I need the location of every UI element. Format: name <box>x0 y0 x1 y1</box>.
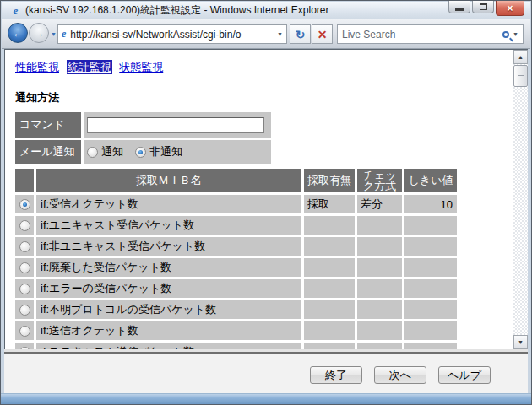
nav-link-status[interactable]: 状態監視 <box>119 61 163 73</box>
mail-notify-options: 通知 非通知 <box>84 140 271 164</box>
collect-cell <box>304 300 355 319</box>
radio-icon[interactable] <box>87 147 98 158</box>
stop-button[interactable]: ✕ <box>312 24 333 44</box>
collect-cell <box>304 343 355 349</box>
table-row: if:非ユニキャスト受信パケット数 <box>15 237 513 256</box>
mib-table: 採取ＭＩＢ名 採取有無 チェック方式 しきい値 if:受信オクテット数 採取 差… <box>15 169 513 349</box>
minimize-icon <box>455 8 464 11</box>
url-text[interactable]: http://kansi-sv/NetworkAssist/cgi-bin/o <box>70 29 274 40</box>
check-cell <box>357 321 402 340</box>
mib-name-cell: if:エラーの受信パケット数 <box>36 279 301 298</box>
mib-name-cell: if:受信オクテット数 <box>36 195 301 213</box>
mib-name-cell: if:ユニキャスト送信パケット数 <box>36 343 301 349</box>
row-select-cell <box>15 195 34 213</box>
row-select-cell <box>15 300 34 319</box>
table-header-row: 採取ＭＩＢ名 採取有無 チェック方式 しきい値 <box>15 169 513 192</box>
thumb-grip-icon <box>518 73 524 79</box>
nav-link-statistics[interactable]: 統計監視 <box>67 60 112 74</box>
threshold-cell <box>404 237 457 256</box>
radio-option-no-notify[interactable]: 非通知 <box>135 144 182 159</box>
radio-icon[interactable] <box>19 305 30 316</box>
nav-link-performance[interactable]: 性能監視 <box>15 61 59 73</box>
threshold-cell <box>404 300 457 319</box>
content-frame: 性能監視 統計監視 状態監視 通知方法 コマンド メール通知 <box>4 49 528 349</box>
header-mib-name: 採取ＭＩＢ名 <box>36 169 301 192</box>
forward-button[interactable]: → <box>29 23 49 43</box>
exit-button[interactable]: 終了 <box>310 366 362 384</box>
mib-name-cell: if:不明プロトコルの受信パケット数 <box>36 300 301 319</box>
radio-icon[interactable] <box>19 199 30 210</box>
maximize-icon <box>480 3 487 10</box>
check-cell <box>357 258 402 277</box>
search-input[interactable] <box>342 29 501 40</box>
next-button[interactable]: 次へ <box>374 366 426 384</box>
check-cell <box>357 237 402 256</box>
maximize-button[interactable] <box>472 1 494 14</box>
button-frame: 終了 次へ ヘルプ <box>4 354 528 395</box>
threshold-cell: 10 <box>404 195 457 213</box>
table-row: if:受信オクテット数 採取 差分 10 <box>15 195 513 213</box>
search-box[interactable]: ▼ <box>337 24 524 44</box>
scrollbar-thumb[interactable] <box>513 65 528 87</box>
radio-icon[interactable] <box>135 147 146 158</box>
history-dropdown-icon[interactable]: ▼ <box>51 31 57 37</box>
header-collect: 採取有無 <box>304 169 355 192</box>
row-select-cell <box>15 321 34 340</box>
radio-label: 非通知 <box>149 144 182 159</box>
collect-cell <box>304 258 355 277</box>
mib-name-cell: if:ユニキャスト受信パケット数 <box>36 216 301 235</box>
row-select-cell <box>15 343 34 349</box>
address-dropdown-icon[interactable]: ▼ <box>277 31 283 37</box>
command-value-cell <box>84 112 271 138</box>
threshold-cell <box>404 258 457 277</box>
address-bar[interactable]: e http://kansi-sv/NetworkAssist/cgi-bin/… <box>57 24 287 44</box>
ie-favicon-icon: e <box>9 4 22 17</box>
radio-icon[interactable] <box>19 220 30 231</box>
check-cell <box>357 216 402 235</box>
refresh-button[interactable]: ↻ <box>290 24 311 44</box>
threshold-cell <box>404 321 457 340</box>
notify-method-heading: 通知方法 <box>15 90 513 105</box>
mail-notify-label: メール通知 <box>15 140 81 164</box>
radio-icon[interactable] <box>19 326 30 337</box>
radio-icon[interactable] <box>19 241 30 252</box>
vertical-scrollbar[interactable]: ▲ ▼ <box>513 50 528 349</box>
page-content: 性能監視 統計監視 状態監視 通知方法 コマンド メール通知 <box>5 50 513 349</box>
notify-form: コマンド メール通知 通知 非通知 <box>15 112 513 164</box>
command-input[interactable] <box>87 117 264 133</box>
collect-cell: 採取 <box>304 195 355 213</box>
table-row: if:エラーの受信パケット数 <box>15 279 513 298</box>
collect-cell <box>304 216 355 235</box>
radio-icon[interactable] <box>19 284 30 294</box>
close-button[interactable]: × <box>496 1 524 16</box>
row-select-cell <box>15 216 34 235</box>
threshold-cell <box>404 216 457 235</box>
table-row: if:ユニキャスト送信パケット数 <box>15 343 513 349</box>
table-row: if:ユニキャスト受信パケット数 <box>15 216 513 235</box>
scroll-up-button[interactable]: ▲ <box>513 50 528 64</box>
radio-icon[interactable] <box>19 262 30 273</box>
back-button[interactable]: ← <box>8 23 28 43</box>
check-cell <box>357 279 402 298</box>
radio-option-notify[interactable]: 通知 <box>87 144 123 159</box>
threshold-cell <box>404 343 457 349</box>
command-row: コマンド <box>15 112 513 138</box>
mail-notify-row: メール通知 通知 非通知 <box>15 140 513 164</box>
row-select-cell <box>15 279 34 298</box>
window-bottom-border <box>1 393 531 404</box>
check-cell: 差分 <box>357 195 402 213</box>
minimize-button[interactable] <box>448 1 470 14</box>
monitor-nav: 性能監視 統計監視 状態監視 <box>15 60 513 75</box>
search-icon[interactable] <box>502 31 509 38</box>
collect-cell <box>304 237 355 256</box>
row-select-cell <box>15 237 34 256</box>
collect-cell <box>304 279 355 298</box>
check-cell <box>357 343 402 349</box>
help-button[interactable]: ヘルプ <box>438 366 491 384</box>
header-select <box>15 169 34 192</box>
browser-toolbar: ← → ▼ e http://kansi-sv/NetworkAssist/cg… <box>2 19 530 49</box>
scroll-down-button[interactable]: ▼ <box>513 335 528 349</box>
header-threshold: しきい値 <box>404 169 457 192</box>
search-dropdown-icon[interactable]: ▼ <box>513 31 518 37</box>
row-select-cell <box>15 258 34 277</box>
